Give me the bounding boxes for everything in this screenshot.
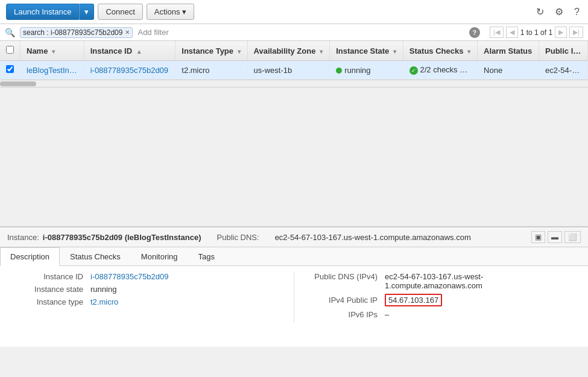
pagination: |◀ ◀ 1 to 1 of 1 ▶ ▶| xyxy=(490,27,583,38)
tab-tags[interactable]: Tags xyxy=(188,247,225,265)
pag-next-button[interactable]: ▶ xyxy=(555,27,567,38)
detail-field-key: Instance type xyxy=(12,297,90,306)
tab-monitoring[interactable]: Monitoring xyxy=(131,247,188,265)
col-public-ip[interactable]: Public I… xyxy=(539,41,588,61)
col-instance-type[interactable]: Instance Type ▾ xyxy=(175,41,247,61)
col-instance-state[interactable]: Instance State ▾ xyxy=(330,41,403,61)
detail-field-row: Instance state running xyxy=(12,285,282,294)
toolbar: Launch Instance ▾ Connect Actions ▾ ↻ ⚙ … xyxy=(0,0,588,24)
row-status-checks: ✓ 2/2 checks … xyxy=(403,61,477,80)
detail-header-label: Instance: xyxy=(7,233,39,242)
launch-instance-button[interactable]: Launch Instance xyxy=(6,4,79,20)
detail-field-row: Instance type t2.micro xyxy=(12,297,282,306)
connect-button[interactable]: Connect xyxy=(98,4,142,20)
col-instance-id[interactable]: Instance ID ▲ xyxy=(84,41,175,61)
detail-field-value: i-088778935c75b2d09 xyxy=(90,272,168,281)
gear-icon[interactable]: ⚙ xyxy=(552,5,566,19)
row-az: us-west-1b xyxy=(247,61,330,80)
select-all-header xyxy=(0,41,21,61)
launch-instance-group: Launch Instance ▾ xyxy=(6,4,94,20)
instances-table: Name ▾ Instance ID ▲ Instance Type ▾ Ava… xyxy=(0,41,588,80)
detail-field-key: Instance state xyxy=(12,285,90,294)
col-name[interactable]: Name ▾ xyxy=(21,41,84,61)
search-icon: 🔍 xyxy=(5,28,15,37)
col-alarm-status[interactable]: Alarm Status xyxy=(478,41,539,61)
pag-last-button[interactable]: ▶| xyxy=(569,27,583,38)
detail-field-key: IPv4 Public IP xyxy=(306,296,385,305)
scroll-thumb[interactable] xyxy=(0,81,36,86)
search-help-button[interactable]: ? xyxy=(469,27,480,38)
add-filter-text[interactable]: Add filter xyxy=(138,28,168,37)
panel-icon-2[interactable]: ▬ xyxy=(548,231,562,243)
search-tag: search : i-088778935c75b2d09 ✕ xyxy=(20,27,133,38)
col-az[interactable]: Availability Zone ▾ xyxy=(247,41,330,61)
detail-left: Instance ID i-088778935c75b2d09 Instance… xyxy=(12,272,282,323)
detail-header: Instance: i-088778935c75b2d09 (leBlogTes… xyxy=(0,227,588,247)
detail-panel-icons: ▣ ▬ ⬜ xyxy=(531,231,581,243)
search-row: 🔍 search : i-088778935c75b2d09 ✕ Add fil… xyxy=(0,24,588,41)
detail-field-key: Instance ID xyxy=(12,272,90,281)
detail-field-key: IPv6 IPs xyxy=(306,310,385,319)
row-public-ip: ec2-54-… xyxy=(539,61,588,80)
search-tag-text: search : i-088778935c75b2d09 xyxy=(23,28,122,37)
row-alarm: None xyxy=(478,61,539,80)
detail-field-value: 54.67.103.167 xyxy=(385,294,442,306)
detail-field-row: Instance ID i-088778935c75b2d09 xyxy=(12,272,282,281)
detail-field-value: t2.micro xyxy=(90,297,118,306)
instances-table-container: Name ▾ Instance ID ▲ Instance Type ▾ Ava… xyxy=(0,41,588,80)
detail-right: Public DNS (IPv4) ec2-54-67-103-167.us-w… xyxy=(306,272,576,323)
panel-icon-1[interactable]: ▣ xyxy=(531,231,545,243)
detail-dns-label: Public DNS: xyxy=(217,233,259,242)
horizontal-scrollbar[interactable] xyxy=(0,80,588,87)
tab-status-checks[interactable]: Status Checks xyxy=(60,247,131,265)
check-icon: ✓ xyxy=(409,66,418,75)
detail-field-value: running xyxy=(90,285,116,294)
tab-description[interactable]: Description xyxy=(0,247,60,266)
row-state: running xyxy=(330,61,403,80)
row-instance-type: t2.micro xyxy=(175,61,247,80)
detail-field-row: IPv4 Public IP 54.67.103.167 xyxy=(306,294,576,306)
launch-instance-dropdown[interactable]: ▾ xyxy=(79,4,94,20)
detail-panel: Instance: i-088778935c75b2d09 (leBlogTes… xyxy=(0,226,588,347)
status-dot xyxy=(336,68,342,74)
detail-field-row: Public DNS (IPv4) ec2-54-67-103-167.us-w… xyxy=(306,272,576,290)
row-checkbox-cell xyxy=(0,61,21,80)
pagination-label: 1 to 1 of 1 xyxy=(520,28,552,37)
detail-field-row: IPv6 IPs – xyxy=(306,310,576,319)
table-row[interactable]: leBlogTestIn… i-088778935c75b2d09 t2.mic… xyxy=(0,61,588,80)
detail-field-value: ec2-54-67-103-167.us-west-1.compute.amaz… xyxy=(385,272,576,290)
refresh-icon[interactable]: ↻ xyxy=(534,5,546,19)
detail-divider xyxy=(294,272,294,323)
toolbar-right: ↻ ⚙ ? xyxy=(534,5,582,19)
detail-content: Instance ID i-088778935c75b2d09 Instance… xyxy=(0,266,588,329)
pag-first-button[interactable]: |◀ xyxy=(490,27,504,38)
help-icon[interactable]: ? xyxy=(572,5,582,19)
actions-button[interactable]: Actions ▾ xyxy=(147,4,194,20)
row-instance-id: i-088778935c75b2d09 xyxy=(84,61,175,80)
pag-prev-button[interactable]: ◀ xyxy=(506,27,518,38)
panel-icon-3[interactable]: ⬜ xyxy=(564,231,581,243)
search-tag-close[interactable]: ✕ xyxy=(125,29,130,36)
detail-dns-value: ec2-54-67-103-167.us-west-1.compute.amaz… xyxy=(275,233,471,242)
row-name: leBlogTestIn… xyxy=(21,61,84,80)
detail-tabs: DescriptionStatus ChecksMonitoringTags xyxy=(0,247,588,266)
empty-area xyxy=(0,87,588,226)
detail-field-value: – xyxy=(385,310,389,319)
select-all-checkbox[interactable] xyxy=(6,46,14,54)
row-checkbox[interactable] xyxy=(6,65,14,73)
col-status-checks[interactable]: Status Checks ▾ xyxy=(403,41,477,61)
detail-instance-id: i-088778935c75b2d09 (leBlogTestInstance) xyxy=(43,233,201,242)
detail-field-key: Public DNS (IPv4) xyxy=(306,272,385,281)
